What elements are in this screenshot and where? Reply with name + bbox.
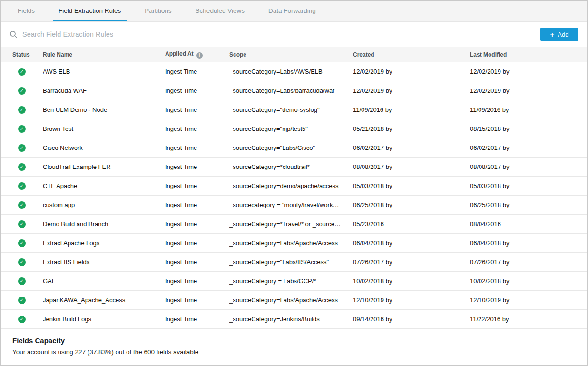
status-cell: ✓ [12,106,43,114]
search-icon [10,30,18,39]
table-row[interactable]: ✓ AWS ELB Ingest Time _sourceCategory=La… [1,62,587,81]
info-icon[interactable]: i [196,52,203,59]
last-modified: 10/02/2018 by [470,277,587,285]
applied-at: Ingest Time [165,239,229,247]
tab-field-extraction-rules[interactable]: Field Extraction Rules [53,1,127,21]
applied-at: Ingest Time [165,106,229,113]
applied-at: Ingest Time [165,163,229,170]
rule-name[interactable]: Demo Build and Branch [43,220,165,228]
scope: _sourceCategory=Labs/barracuda/waf [229,87,353,94]
tab-scheduled-views[interactable]: Scheduled Views [190,1,250,21]
applied-at: Ingest Time [165,220,229,228]
last-modified: 07/26/2017 by [470,258,587,266]
created: 07/26/2017 by [353,258,470,266]
created: 06/04/2018 by [353,239,470,247]
table-row[interactable]: ✓ Cisco Network Ingest Time _sourceCateg… [1,138,587,158]
status-enabled-icon: ✓ [18,125,26,133]
status-cell: ✓ [12,87,43,95]
field-extraction-rules-page: Fields Field Extraction Rules Partitions… [0,0,588,366]
status-cell: ✓ [12,239,43,247]
column-header-scope[interactable]: Scope [229,51,353,58]
rule-name[interactable]: Barracuda WAF [43,87,165,94]
table-row[interactable]: ✓ Ben ULM Demo - Node Ingest Time _sourc… [1,100,587,119]
rule-name[interactable]: Ben ULM Demo - Node [43,106,165,113]
applied-at: Ingest Time [165,277,229,285]
rule-name[interactable]: Extract Apache Logs [43,239,165,247]
status-enabled-icon: ✓ [18,201,26,209]
status-cell: ✓ [12,125,43,133]
status-cell: ✓ [12,277,43,285]
last-modified: 05/03/2018 by [470,182,587,189]
scope: _sourceCategory=Jenkins/Builds [229,316,353,323]
status-enabled-icon: ✓ [18,163,26,171]
table-header: Status Rule Name Applied Ati Scope Creat… [1,47,587,62]
rule-name[interactable]: GAE [43,277,165,285]
rule-name[interactable]: JapanKAWA_Apache_Access [43,297,165,304]
applied-at: Ingest Time [165,125,229,132]
column-header-status[interactable]: Status [12,51,43,58]
created: 06/25/2018 by [353,201,470,208]
created: 11/09/2016 by [353,106,470,113]
rule-name[interactable]: custom app [43,201,165,208]
table-row[interactable]: ✓ custom app Ingest Time _sourcecategory… [1,196,587,215]
last-modified: 11/09/2016 by [470,106,587,113]
status-cell: ✓ [12,220,43,228]
fields-capacity-footer: Fields Capacity Your account is using 22… [1,329,587,365]
status-enabled-icon: ✓ [18,87,26,95]
column-header-rule-name[interactable]: Rule Name [43,51,165,58]
status-enabled-icon: ✓ [18,68,26,76]
created: 09/14/2016 by [353,316,470,323]
tab-data-forwarding[interactable]: Data Forwarding [263,1,322,21]
scope: _sourceCategory=demo/apache/access [229,182,353,189]
status-cell: ✓ [12,163,43,171]
applied-at: Ingest Time [165,87,229,94]
search-input[interactable] [22,30,540,38]
status-cell: ✓ [12,68,43,76]
rule-name[interactable]: Jenkin Build Logs [43,316,165,323]
created: 12/10/2019 by [353,297,470,304]
table-row[interactable]: ✓ CloudTrail Example FER Ingest Time _so… [1,158,587,177]
table-row[interactable]: ✓ Demo Build and Branch Ingest Time _sou… [1,215,587,234]
created: 05/23/2016 [353,220,470,228]
table-row[interactable]: ✓ Extract IIS Fields Ingest Time _source… [1,253,587,272]
created: 08/08/2017 by [353,163,470,170]
table-row[interactable]: ✓ Brown Test Ingest Time _sourceCategory… [1,119,587,138]
table-row[interactable]: ✓ Extract Apache Logs Ingest Time _sourc… [1,234,587,253]
tab-fields[interactable]: Fields [12,1,40,21]
rule-name[interactable]: CTF Apache [43,182,165,189]
plus-icon: + [550,31,555,38]
scope: _sourceCategory="demo-syslog" [229,106,353,113]
status-cell: ✓ [12,315,43,323]
column-header-created[interactable]: Created [353,51,470,58]
add-button-label: Add [558,31,568,38]
scope: _sourceCategory=Labs/Apache/Access [229,297,353,304]
add-button[interactable]: + Add [540,28,578,41]
status-enabled-icon: ✓ [18,144,26,152]
scope: _sourceCategory="Labs/IIS/Access" [229,258,353,266]
status-enabled-icon: ✓ [18,277,26,285]
applied-at: Ingest Time [165,297,229,304]
rule-name[interactable]: Cisco Network [43,144,165,151]
table-row[interactable]: ✓ CTF Apache Ingest Time _sourceCategory… [1,177,587,196]
tab-partitions[interactable]: Partitions [139,1,177,21]
search-bar: + Add [1,22,587,47]
created: 05/21/2018 by [353,125,470,132]
status-cell: ✓ [12,182,43,190]
created: 10/02/2018 by [353,277,470,285]
rule-name[interactable]: Brown Test [43,125,165,132]
scope: _sourceCategory="Labs/Cisco" [229,144,353,151]
table-row[interactable]: ✓ Jenkin Build Logs Ingest Time _sourceC… [1,310,587,329]
table-row[interactable]: ✓ Barracuda WAF Ingest Time _sourceCateg… [1,81,587,100]
rule-name[interactable]: CloudTrail Example FER [43,163,165,170]
rule-name[interactable]: Extract IIS Fields [43,258,165,266]
column-header-last-modified[interactable]: Last Modified [470,51,587,58]
table-row[interactable]: ✓ JapanKAWA_Apache_Access Ingest Time _s… [1,291,587,310]
rule-name[interactable]: AWS ELB [43,68,165,75]
scope: _sourceCategory=*Travel/* or _source… [229,220,353,228]
last-modified: 08/08/2017 by [470,163,587,170]
table-row[interactable]: ✓ GAE Ingest Time _sourceCategory = Labs… [1,272,587,291]
status-cell: ✓ [12,201,43,209]
status-enabled-icon: ✓ [18,297,26,304]
column-header-applied-at[interactable]: Applied Ati [165,50,229,59]
created: 12/02/2019 by [353,68,470,75]
